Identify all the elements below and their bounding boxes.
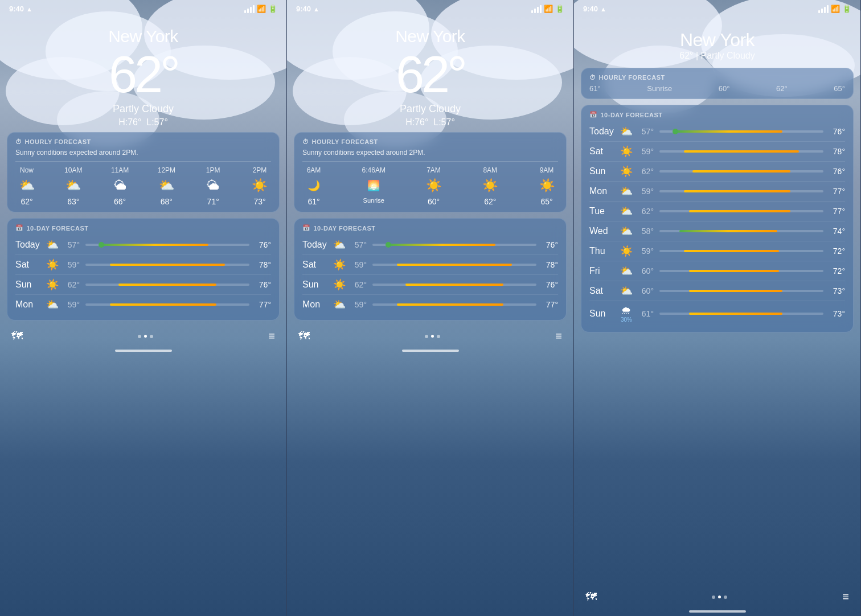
forecast-row: Today ⛅ 57° 76°: [589, 122, 845, 142]
city-name-2: New York: [287, 27, 573, 46]
hourly-card-3: ⏱ HOURLY FORECAST 61° Sunrise 60° 62° 65…: [581, 68, 854, 99]
nav-dots-1: [138, 335, 153, 338]
forecast-icon: ⛅: [618, 125, 634, 138]
status-bar-3: 9:40 ▲ 📶 🔋: [574, 0, 860, 15]
hi-lo-2: H:76° L:57°: [287, 117, 573, 128]
temp-bar: [85, 303, 249, 306]
forecast-row: Sat ⛅ 60° 73°: [589, 281, 845, 301]
panel3-city: New York 62° | Partly Cloudy: [581, 15, 854, 68]
forecast-row: Sun 🌧 30% 61° 73°: [589, 301, 845, 326]
forecast-label-1: 📅 10-DAY FORECAST: [15, 224, 271, 232]
map-icon-2[interactable]: 🗺: [298, 330, 310, 343]
hour-icon: ☀️: [252, 178, 268, 194]
forecast-card-1: 📅 10-DAY FORECAST Today ⛅ 57° 76° Sat ☀️…: [7, 218, 280, 321]
nav-dot: [437, 335, 440, 338]
signal-icon-1: [244, 5, 255, 13]
temp-bar: [659, 313, 823, 315]
condition-1: Partly Cloudy: [0, 103, 286, 115]
status-bar-1: 9:40 ▲ 📶 🔋: [0, 0, 286, 15]
temp-bar: [659, 170, 823, 173]
forecast-icon: ☀️: [618, 165, 634, 178]
home-indicator-1: [115, 350, 172, 352]
forecast-row: Sun ☀️ 62° 76°: [15, 275, 271, 295]
hourly-row-1: Now ⛅ 62° 10AM ⛅ 63° 11AM 🌥 66° 12PM ⛅: [15, 161, 271, 206]
phone-panel-1: 9:40 ▲ 📶 🔋 New York 62° Partly Cloudy H:…: [0, 0, 287, 616]
location-arrow-3: ▲: [600, 6, 606, 13]
hour-icon: ⛅: [65, 178, 81, 194]
temp-bar: [659, 190, 823, 192]
forecast-label-3: 📅 10-DAY FORECAST: [589, 111, 845, 118]
hourly-card-2: ⏱ HOURLY FORECAST Sunny conditions expec…: [294, 132, 567, 212]
condition-2: Partly Cloudy: [287, 103, 573, 115]
weather-main-1: New York 62° Partly Cloudy H:76° L:57°: [0, 15, 286, 128]
temp-bar: [372, 284, 536, 286]
forecast-row: Wed ⛅ 58° 74°: [589, 221, 845, 241]
map-icon-3[interactable]: 🗺: [585, 590, 597, 603]
temp-bar: [659, 250, 823, 252]
bottom-nav-1: 🗺 ≡: [0, 325, 286, 347]
forecast-row: Mon ⛅ 59° 77°: [15, 295, 271, 314]
forecast-icon-rain-container: 🌧 30%: [618, 305, 634, 323]
hour-item: 6AM 🌙 61°: [302, 166, 325, 206]
hourly-row-2: 6AM 🌙 61° 6:46AM 🌅 Sunrise 7AM ☀️ 60° 8A…: [302, 161, 558, 206]
forecast-icon: ☀️: [44, 278, 60, 291]
forecast-card-3: 📅 10-DAY FORECAST Today ⛅ 57° 76° Sat ☀️…: [581, 105, 854, 332]
forecast-row: Today ⛅ 57° 76°: [15, 235, 271, 255]
forecast-icon: 🌧: [618, 305, 634, 317]
list-icon-1[interactable]: ≡: [268, 330, 275, 343]
phone-panel-3: 9:40 ▲ 📶 🔋 New York 62° | Partly Cloudy …: [574, 0, 861, 616]
nav-dot-active: [718, 596, 721, 598]
forecast-icon: ⛅: [618, 185, 634, 198]
map-icon-1[interactable]: 🗺: [11, 330, 23, 343]
hour-icon: 🌙: [306, 178, 322, 194]
hourly-card-1: ⏱ HOURLY FORECAST Sunny conditions expec…: [7, 132, 280, 212]
hourly-label-1: ⏱ HOURLY FORECAST: [15, 138, 271, 145]
hour-item: 2PM ☀️ 73°: [248, 166, 271, 206]
temp-bar: [85, 244, 249, 246]
hour-icon: ☀️: [482, 178, 498, 194]
forecast-label-2: 📅 10-DAY FORECAST: [302, 224, 558, 232]
wifi-icon-1: 📶: [257, 5, 266, 13]
temp-condition-3: 62° | Partly Cloudy: [581, 51, 854, 61]
time-3: 9:40: [583, 5, 598, 13]
cards-1: ⏱ HOURLY FORECAST Sunny conditions expec…: [0, 128, 286, 325]
location-arrow-1: ▲: [26, 6, 32, 13]
hour-item: 7AM ☀️ 60°: [423, 166, 445, 206]
time-2: 9:40: [296, 5, 311, 13]
battery-icon-3: 🔋: [842, 5, 851, 13]
hour-item: 8AM ☀️ 62°: [479, 166, 502, 206]
temp-bar: [659, 290, 823, 292]
temperature-1: 62°: [0, 49, 286, 100]
location-arrow-2: ▲: [313, 6, 319, 13]
wifi-icon-3: 📶: [831, 5, 840, 13]
hour-item: 11AM 🌥 66°: [109, 166, 132, 206]
hour-item: 12PM ⛅ 68°: [155, 166, 178, 206]
hour-icon: 🌅: [366, 178, 382, 194]
nav-dot-active: [431, 335, 434, 338]
nav-dot: [712, 596, 715, 599]
forecast-row: Sun ☀️ 62° 76°: [589, 162, 845, 182]
forecast-icon: ☀️: [331, 278, 347, 291]
nav-dot: [425, 335, 428, 338]
list-icon-2[interactable]: ≡: [555, 330, 562, 343]
nav-dot: [724, 596, 727, 599]
forecast-icon: ⛅: [331, 239, 347, 251]
hour-icon: ☀️: [539, 178, 555, 194]
hour-item: 9AM ☀️ 65°: [535, 166, 558, 206]
hourly-summary-1: Sunny conditions expected around 2PM.: [15, 149, 271, 157]
city-name-3: New York: [581, 30, 854, 51]
nav-dot: [138, 335, 141, 338]
forecast-row: Mon ⛅ 59° 77°: [302, 295, 558, 314]
temp-bar: [659, 210, 823, 212]
nav-dot-active: [144, 335, 147, 338]
signal-icon-2: [531, 5, 542, 13]
hour-icon: ⛅: [158, 178, 174, 194]
weather-main-2: New York 62° Partly Cloudy H:76° L:57°: [287, 15, 573, 128]
forecast-icon: ☀️: [618, 245, 634, 257]
list-icon-3[interactable]: ≡: [842, 590, 849, 603]
battery-icon-1: 🔋: [268, 5, 277, 13]
forecast-icon: ☀️: [618, 145, 634, 158]
hourly-row-3: 61° Sunrise 60° 62° 65°: [589, 84, 845, 93]
forecast-row: Mon ⛅ 59° 77°: [589, 182, 845, 202]
forecast-icon: ⛅: [618, 285, 634, 297]
